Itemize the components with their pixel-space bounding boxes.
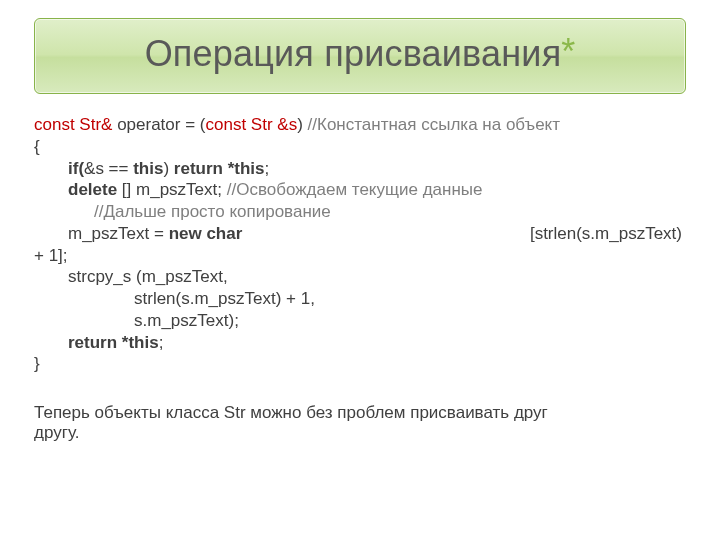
kw-this: this bbox=[133, 159, 163, 178]
code-block: const Str& operator = (const Str &s) //К… bbox=[34, 114, 686, 375]
t3b: &s bbox=[84, 159, 104, 178]
kw-return-this-2: return *this bbox=[68, 333, 159, 352]
kw-return-this-1: return *this bbox=[174, 159, 265, 178]
code-line-6b: + 1]; bbox=[34, 245, 686, 267]
t1b: operator = ( bbox=[112, 115, 205, 134]
code-line-7: strcpy_s (m_pszText, bbox=[34, 266, 686, 288]
kw-new-char: new char bbox=[169, 224, 243, 243]
note-line-1: Теперь объекты класса Str можно без проб… bbox=[34, 403, 686, 423]
code-line-9: s.m_pszText); bbox=[34, 310, 686, 332]
code-line-11: } bbox=[34, 353, 686, 375]
t3g: ; bbox=[265, 159, 270, 178]
title-box: Операция присваивания* bbox=[34, 18, 686, 94]
note-line-2: другу. bbox=[34, 423, 686, 443]
comment-2: //Освобождаем текущие данные bbox=[227, 180, 483, 199]
code-line-10: return *this; bbox=[34, 332, 686, 354]
code-line-6: m_pszText = new char [strlen(s.m_pszText… bbox=[34, 223, 686, 245]
t10b: ; bbox=[159, 333, 164, 352]
slide: Операция присваивания* const Str& operat… bbox=[0, 0, 720, 540]
title-text: Операция присваивания bbox=[145, 33, 562, 74]
kw-delete: delete bbox=[68, 180, 117, 199]
title-star: * bbox=[561, 31, 575, 72]
t1d: ) bbox=[297, 115, 307, 134]
code-line-3: if(&s == this) return *this; bbox=[34, 158, 686, 180]
kw-param: const Str &s bbox=[206, 115, 298, 134]
code-line-4: delete [] m_pszText; //Освобождаем текущ… bbox=[34, 179, 686, 201]
kw-const-str-ref: const Str& bbox=[34, 115, 112, 134]
footer-note: Теперь объекты класса Str можно без проб… bbox=[34, 403, 686, 443]
t3e: ) bbox=[163, 159, 173, 178]
comment-3: //Дальше просто копирование bbox=[94, 202, 331, 221]
t4b: [] m_pszText; bbox=[117, 180, 227, 199]
comment-1: //Константная ссылка на объект bbox=[308, 115, 561, 134]
t3c: == bbox=[104, 159, 133, 178]
code-line-1: const Str& operator = (const Str &s) //К… bbox=[34, 114, 686, 136]
code-line-2: { bbox=[34, 136, 686, 158]
t6c: [strlen(s.m_pszText) bbox=[530, 223, 686, 245]
kw-if: if( bbox=[68, 159, 84, 178]
code-line-5: //Дальше просто копирование bbox=[34, 201, 686, 223]
code-line-8: strlen(s.m_pszText) + 1, bbox=[34, 288, 686, 310]
t6a: m_pszText = bbox=[68, 224, 169, 243]
